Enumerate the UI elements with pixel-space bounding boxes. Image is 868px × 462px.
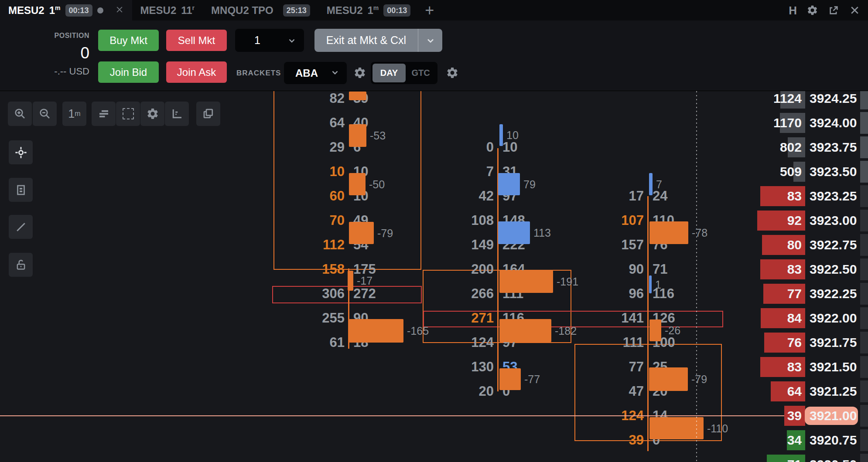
unsaved-dot-icon <box>97 7 103 14</box>
selection-tool-button[interactable] <box>116 102 140 126</box>
delta-block <box>349 319 403 343</box>
delta-label: -79 <box>377 227 393 239</box>
price-scale-button[interactable] <box>165 102 189 126</box>
order-settings-gear-icon[interactable] <box>444 65 460 81</box>
tab-mesu2-11r[interactable]: MESU2 11r <box>132 0 203 20</box>
ladder-size[interactable]: 39 <box>697 409 802 423</box>
ladder-price[interactable]: 3921.25 <box>810 384 857 398</box>
ladder-price[interactable]: 3923.25 <box>810 189 857 203</box>
bid-value: 158 <box>222 262 345 276</box>
delta-block <box>649 417 704 439</box>
timeframe-button[interactable]: 1m <box>62 102 86 126</box>
ladder-size[interactable]: 1124 <box>697 92 802 105</box>
ladder-size[interactable]: 509 <box>697 165 802 179</box>
ask-value: 40 <box>353 116 475 130</box>
tif-day-option[interactable]: DAY <box>372 64 406 82</box>
join-ask-button[interactable]: Join Ask <box>166 61 227 83</box>
tab-mesu2-1m[interactable]: MESU2 1m 00:13 <box>318 0 419 20</box>
exit-label: Exit at Mkt & Cxl <box>314 34 418 47</box>
delta-label: -26 <box>665 324 680 336</box>
minimap-segment <box>860 332 868 353</box>
delta-block <box>499 270 553 293</box>
minimap-segment <box>860 356 868 378</box>
ladder-price[interactable]: 3922.25 <box>810 287 857 301</box>
ladder-price[interactable]: 3921.75 <box>810 336 857 350</box>
quantity-select[interactable]: 1 <box>235 29 304 52</box>
delta-block <box>499 124 503 146</box>
dashed-select-icon <box>123 108 134 119</box>
join-bid-button[interactable]: Join Bid <box>98 61 159 83</box>
tab-mnqu2-tpo[interactable]: MNQU2 TPO 25:13 <box>203 0 318 20</box>
sell-market-button[interactable]: Sell Mkt <box>166 30 227 51</box>
duplicate-chart-button[interactable] <box>196 102 220 126</box>
delta-label: -78 <box>692 227 707 239</box>
chevron-down-icon[interactable] <box>280 29 304 52</box>
ladder-price[interactable]: 3922.00 <box>810 311 857 325</box>
delta-block <box>349 222 374 244</box>
ladder-size[interactable]: 71 <box>697 458 802 462</box>
popout-window-icon[interactable] <box>828 4 840 16</box>
chevron-down-icon[interactable] <box>418 29 442 52</box>
add-tab-button[interactable]: + <box>425 3 434 18</box>
ladder-size[interactable]: 83 <box>697 360 802 374</box>
ladder-price[interactable]: 3924.25 <box>810 92 857 105</box>
ladder-size[interactable]: 802 <box>697 140 802 154</box>
zoom-out-button[interactable] <box>33 102 57 126</box>
brackets-select[interactable]: ABA <box>284 62 347 84</box>
delta-label: 1 <box>655 279 661 291</box>
ladder-size[interactable]: 34 <box>697 433 802 447</box>
zoom-in-button[interactable] <box>8 102 32 126</box>
ladder-price[interactable]: 3920.75 <box>810 433 857 447</box>
close-tab-icon[interactable] <box>115 5 124 16</box>
position-label: POSITION <box>0 32 89 40</box>
delta-block <box>498 173 520 195</box>
ladder-size[interactable]: 84 <box>697 311 802 325</box>
ladder-price[interactable]: 3923.00 <box>810 214 857 228</box>
trade-panel: POSITION 0 -.-- USD Buy Mkt Sell Mkt Joi… <box>0 20 868 91</box>
trendline-tool-button[interactable] <box>9 215 33 239</box>
exit-at-market-button[interactable]: Exit at Mkt & Cxl <box>314 29 442 52</box>
delta-label: -165 <box>407 325 429 337</box>
minimap-segment <box>860 429 868 451</box>
ladder-price[interactable]: 3922.75 <box>810 238 857 252</box>
unlock-icon-button[interactable] <box>9 253 33 277</box>
ladder-size[interactable]: 92 <box>697 214 802 228</box>
ladder-size[interactable]: 64 <box>697 384 802 398</box>
tab-symbol: MESU2 <box>140 4 177 17</box>
delta-label: -110 <box>707 422 728 435</box>
position-value: 0 <box>0 44 89 62</box>
ladder-size[interactable]: 80 <box>697 238 802 252</box>
ladder-price[interactable]: 3924.00 <box>810 116 857 130</box>
minimap-segment <box>860 185 868 207</box>
chart-settings-button[interactable] <box>140 102 164 126</box>
delta-block <box>498 221 530 244</box>
settings-gear-icon[interactable] <box>806 4 818 16</box>
delta-label: -77 <box>524 373 540 385</box>
bid-value: 149 <box>372 238 494 252</box>
bid-value: 10 <box>222 165 345 179</box>
tab-active-mesu2-1m[interactable]: MESU2 1m 00:13 <box>0 0 132 20</box>
ladder-price[interactable]: 3923.50 <box>810 165 857 179</box>
ladder-size[interactable]: 1170 <box>697 116 802 130</box>
tif-gtc-option[interactable]: GTC <box>406 68 436 78</box>
profile-rows-button[interactable] <box>92 102 116 126</box>
ladder-price[interactable]: 3922.50 <box>810 262 857 276</box>
ladder-price[interactable]: 3921.50 <box>810 360 857 374</box>
buy-market-button[interactable]: Buy Mkt <box>98 30 159 51</box>
ladder-price[interactable]: 3921.00 <box>810 409 857 423</box>
ladder-size[interactable]: 83 <box>697 262 802 276</box>
ladder-size[interactable]: 77 <box>697 287 802 301</box>
ladder-price[interactable]: 3920.50 <box>810 458 857 462</box>
minimap-segment <box>860 136 868 158</box>
crosshair-tool-button[interactable] <box>9 140 33 164</box>
ladder-price[interactable]: 3923.75 <box>810 140 857 154</box>
ladder-size[interactable]: 83 <box>697 189 802 203</box>
delta-block <box>649 319 661 341</box>
order-panel-button[interactable] <box>9 178 33 202</box>
tab-bar: MESU2 1m 00:13 MESU2 11r MNQU2 TPO 25:13… <box>0 0 868 20</box>
ladder-size[interactable]: 76 <box>697 336 802 350</box>
brackets-settings-gear-icon[interactable] <box>352 65 368 81</box>
close-window-icon[interactable] <box>849 5 860 16</box>
header-toggle-button[interactable]: H <box>789 5 797 16</box>
bid-value: 130 <box>372 360 494 374</box>
